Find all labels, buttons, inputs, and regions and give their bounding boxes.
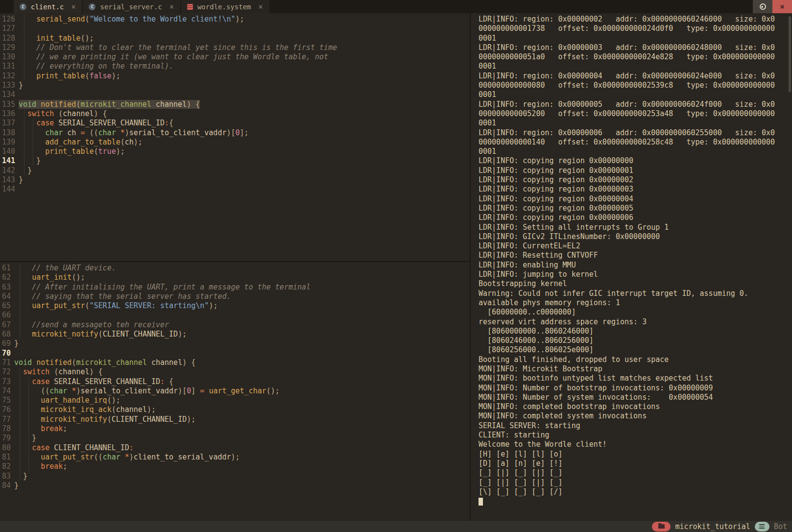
code-line[interactable]: 77 microkit_notify(CLIENT_CHANNEL_ID); (0, 415, 470, 424)
code-line[interactable]: 70 (0, 349, 470, 358)
editor-pane-client[interactable]: 126 serial_send("Welcome to the Wordle c… (0, 13, 470, 261)
line-number: 82 (0, 462, 11, 471)
tab-serial_server.c[interactable]: Cserial_server.c× (83, 0, 180, 13)
code-line[interactable]: 81 uart_put_str((char *)client_to_serial… (0, 453, 470, 462)
code-line[interactable]: 61 // the UART device. (0, 264, 470, 273)
code-line[interactable]: 65 uart_put_str("SERIAL SERVER: starting… (0, 301, 470, 311)
indent-guide (24, 156, 24, 166)
window-close-button[interactable]: × (772, 0, 792, 13)
line-number: 62 (0, 273, 11, 282)
terminal-line: available phys memory regions: 1 (479, 298, 792, 308)
code-line[interactable]: 144 (0, 185, 470, 194)
line-number: 144 (0, 185, 15, 194)
line-number: 83 (0, 472, 11, 481)
code-line[interactable]: 141 } (0, 156, 470, 166)
code-line[interactable]: 132 print_table(false); (0, 72, 470, 81)
editor-pane-serial-server[interactable]: 61 // the UART device.62 uart_init();63 … (0, 262, 470, 521)
tab-close-icon[interactable]: × (259, 2, 263, 11)
code-line[interactable]: 82 break; (0, 462, 470, 471)
tab-bar: Cclient.c×Cserial_server.c×wordle.system… (0, 0, 792, 13)
session-pill[interactable] (652, 522, 671, 532)
tab-client.c[interactable]: Cclient.c× (14, 0, 82, 13)
code-line[interactable]: 78 break; (0, 424, 470, 434)
code-line[interactable]: 137 case SERIAL_SERVER_CHANNEL_ID:{ (0, 119, 470, 128)
terminal-scrollbar[interactable] (789, 16, 791, 92)
code-line[interactable]: 135void notified(microkit_channel channe… (0, 100, 470, 109)
code-line[interactable]: 127 (0, 24, 470, 33)
indent-guide (24, 52, 24, 62)
terminal-line: LDR|INFO: region: 0x00000004 addr: 0x000… (479, 72, 792, 81)
code-line[interactable]: 79 } (0, 434, 470, 443)
terminal-line: LDR|INFO: copying region 0x00000000 (479, 156, 792, 166)
code-line[interactable]: 84} (0, 481, 470, 490)
code-line[interactable]: 126 serial_send("Welcome to the Wordle c… (0, 15, 470, 24)
code-line[interactable]: 72 switch (channel) { (0, 367, 470, 377)
code-line[interactable]: 129 // Don't want to clear the terminal … (0, 43, 470, 52)
code-line[interactable]: 73 case SERIAL_SERVER_CHANNEL_ID: { (0, 377, 470, 387)
code-line[interactable]: 131 // everything on the terminal). (0, 62, 470, 71)
code-line[interactable]: 138 char ch = ((char *)serial_to_client_… (0, 128, 470, 138)
indent-guide (28, 453, 29, 462)
code-line[interactable]: 83 } (0, 472, 470, 481)
code-line[interactable]: 67 //send a messageto teh receiver (0, 320, 470, 330)
code-line[interactable]: 134 (0, 90, 470, 99)
code-line[interactable]: 128 init_table(); (0, 34, 470, 43)
code-line[interactable]: 63 // After initialising the UART, print… (0, 283, 470, 292)
terminal-line: 0000000000051a0 offset: 0x000000000024e8… (479, 52, 792, 62)
terminal-line: MON|INFO: completed system invocations (479, 411, 792, 421)
terminal-line: LDR|INFO: Resetting CNTVOFF (479, 251, 792, 260)
terminal-line: LDR|INFO: copying region 0x00000001 (479, 166, 792, 175)
line-number: 143 (0, 175, 15, 185)
code-line[interactable]: 74 ((char *)serial_to_client_vaddr)[0] =… (0, 387, 470, 396)
indent-guide (20, 367, 20, 377)
terminal-line: LDR|INFO: jumping to kernel (479, 270, 792, 279)
terminal-line: 0001 (479, 62, 792, 71)
indent-guide (20, 264, 20, 273)
tab-close-icon[interactable]: × (169, 2, 174, 11)
code-line[interactable]: 75 uart_handle_irq(); (0, 396, 470, 405)
line-number: 133 (0, 81, 15, 90)
line-number: 137 (0, 119, 15, 128)
code-line[interactable]: 68 microkit_notify(CLIENT_CHANNEL_ID); (0, 330, 470, 339)
line-number: 73 (0, 377, 11, 387)
line-number: 135 (0, 100, 15, 109)
indent-guide (33, 128, 33, 138)
line-number: 127 (0, 24, 15, 33)
tab-close-icon[interactable]: × (71, 2, 75, 11)
code-line[interactable]: 62 uart_init(); (0, 273, 470, 282)
line-number: 129 (0, 43, 15, 52)
indent-guide (28, 415, 29, 424)
view-toggle-button[interactable] (753, 0, 772, 13)
terminal-cursor (479, 498, 483, 506)
code-line[interactable]: 136 switch (channel) { (0, 109, 470, 119)
code-line[interactable]: 64 // saying that the serial server has … (0, 292, 470, 301)
line-number: 63 (0, 283, 11, 292)
tab-wordle.system[interactable]: wordle.system× (181, 0, 269, 13)
terminal-line: 0001 (479, 34, 792, 43)
indent-guide (28, 443, 29, 453)
code-line[interactable]: 80 case CLIENT_CHANNEL_ID: (0, 443, 470, 453)
plugin-pill[interactable] (755, 522, 769, 532)
terminal-line: MON|INFO: Number of system invocations: … (479, 393, 792, 402)
code-line[interactable]: 130 // we are printing it (we want to cl… (0, 52, 470, 62)
code-line[interactable]: 71void notified(microkit_channel channel… (0, 358, 470, 367)
code-line[interactable]: 139 add_char_to_table(ch); (0, 138, 470, 147)
code-line[interactable]: 76 microkit_irq_ack(channel); (0, 405, 470, 414)
line-number: 72 (0, 367, 11, 377)
code-line[interactable]: 140 print_table(true); (0, 147, 470, 156)
terminal-line: reserved virt address space regions: 3 (479, 317, 792, 327)
folder-icon (658, 524, 665, 529)
line-number: 67 (0, 320, 11, 330)
line-number: 66 (0, 311, 11, 320)
code-line[interactable]: 133} (0, 81, 470, 90)
terminal-pane[interactable]: LDR|INFO: region: 0x00000002 addr: 0x000… (471, 13, 792, 521)
line-number: 141 (0, 156, 15, 166)
code-line[interactable]: 142 } (0, 166, 470, 175)
code-line[interactable]: 143} (0, 175, 470, 185)
line-number: 81 (0, 453, 11, 462)
code-line[interactable]: 66 (0, 311, 470, 320)
indent-guide (24, 119, 24, 128)
indent-guide (20, 283, 20, 292)
terminal-line: [H] [e] [l] [l] [o] (479, 450, 792, 459)
code-line[interactable]: 69} (0, 339, 470, 348)
